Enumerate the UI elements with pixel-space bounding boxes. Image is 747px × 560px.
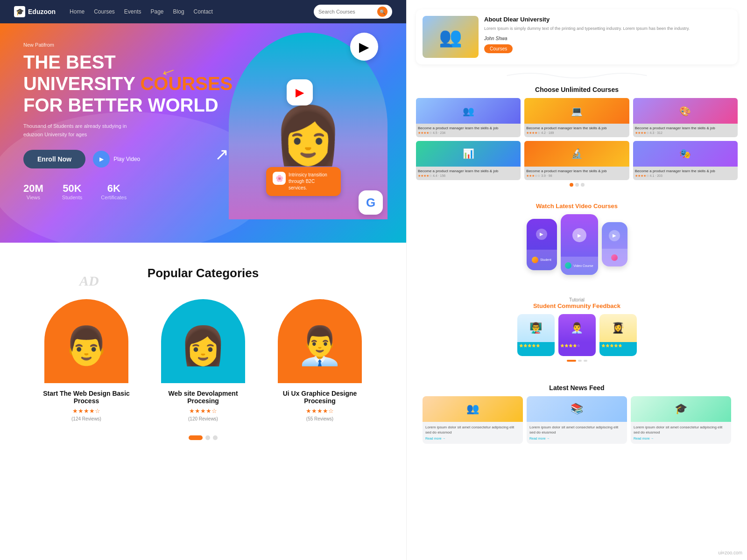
course-meta-5: ★★★☆☆ 3.9 · 98	[526, 174, 627, 178]
phone-center-caption: Video Course	[573, 264, 593, 267]
category-stars-2: ★★★★☆	[152, 407, 254, 414]
course-meta-1: ★★★★☆ 4.5 · 234	[418, 131, 519, 135]
news-card-1[interactable]: 👥 Lorem ipsum dolor sit amet consectetur…	[423, 396, 523, 444]
course-info-3: Become a product manager learn the skill…	[633, 124, 738, 137]
feedback-tag: Tutorial	[423, 297, 731, 302]
category-stars-1: ★★★★☆	[35, 407, 138, 414]
news-img-2: 📚	[527, 396, 627, 422]
unlimited-courses-title: Choose Unlimited Courses	[416, 86, 738, 93]
search-icon: 🔍	[380, 9, 385, 14]
feedback-card-2: 👨‍💼 ⭐⭐⭐⭐☆	[558, 314, 596, 356]
course-thumb-1[interactable]: 👥 Become a product manager learn the ski…	[416, 98, 521, 137]
phone-center-play[interactable]: ▶	[572, 228, 586, 242]
course-label-1: Become a product manager learn the skill…	[418, 126, 519, 131]
about-text: Lorem Ipsum is simply dummy text of the …	[484, 26, 690, 32]
course-thumb-3[interactable]: 🎨 Become a product manager learn the ski…	[633, 98, 738, 137]
news-card-2[interactable]: 📚 Lorem ipsum dolor sit amet consectetur…	[527, 396, 627, 444]
feedback-dot-active[interactable]	[567, 360, 576, 362]
categories-section: AD ✏️ Popular Categories 👨 Start The Web…	[0, 243, 406, 560]
phone-center: ▶ Video Course	[561, 214, 598, 275]
feedback-section: Tutorial Student Community Feedback 👨‍🏫 …	[416, 291, 738, 368]
nav-home[interactable]: Home	[70, 8, 85, 15]
news-content-1: Lorem ipsum dolor sit amet consectetur a…	[425, 425, 520, 435]
dot-2[interactable]	[205, 435, 210, 440]
nav-blog[interactable]: Blog	[173, 8, 184, 15]
nav-links: Home Courses Events Page Blog Contact	[70, 8, 300, 15]
notif-icon: 🌸	[273, 172, 286, 185]
nav-page[interactable]: Page	[151, 8, 164, 15]
nav-courses[interactable]: Courses	[94, 8, 115, 15]
phone-right-inner: ▶	[602, 222, 627, 249]
courses-grid: 👥 Become a product manager learn the ski…	[416, 98, 738, 180]
video-section: Watch Latest Video Courses ▶ Student ▶	[416, 196, 738, 281]
courses-dot-2[interactable]	[575, 183, 579, 187]
feedback-card-1-img: 👨‍🏫	[517, 314, 555, 342]
youtube-float-icon: ▶	[287, 79, 313, 105]
phone-center-bottom: Video Course	[561, 257, 598, 275]
nav-contact[interactable]: Contact	[194, 8, 213, 15]
phone-right-avatar	[611, 254, 618, 261]
category-avatar-3: 👨‍💼	[278, 299, 362, 383]
news-section: Latest News Feed 👥 Lorem ipsum dolor sit…	[416, 378, 738, 450]
courses-dot-3[interactable]	[581, 183, 585, 187]
nav-events[interactable]: Events	[124, 8, 141, 15]
course-info-2: Become a product manager learn the skill…	[524, 124, 629, 137]
news-card-3[interactable]: 🎓 Lorem ipsum dolor sit amet consectetur…	[631, 396, 731, 444]
feedback-dot-2[interactable]	[578, 360, 582, 362]
search-bar: 🔍	[314, 5, 392, 19]
brand-name: Eduzoon	[28, 8, 56, 15]
watermark: ui≡zoo.com	[719, 550, 742, 555]
about-image: 👥	[423, 16, 479, 58]
hero-title-line2: UNIVERSITY	[23, 73, 135, 94]
hero-section: New Patifrom THE BEST UNIVERSITY COURSES…	[0, 23, 406, 243]
sidebar-divider	[416, 74, 738, 77]
feedback-card-3: 👩‍🎓 ⭐⭐⭐⭐⭐	[599, 314, 637, 356]
logo-icon	[14, 6, 25, 17]
course-img-5: 🔬	[524, 141, 629, 167]
news-text-2: Lorem ipsum dolor sit amet consectetur a…	[527, 422, 627, 444]
course-label-4: Become a product manager learn the skill…	[418, 168, 519, 174]
category-reviews-1: (124 Reviews)	[35, 416, 138, 421]
course-thumb-6[interactable]: 🎭 Become a product manager learn the ski…	[633, 141, 738, 180]
google-float-icon: G	[359, 190, 383, 215]
about-section: 👥 About Dlear University Lorem Ipsum is …	[416, 9, 738, 64]
course-info-5: Become a product manager learn the skill…	[524, 167, 629, 180]
notif-text: Intrinsicy transition through B2C servic…	[289, 172, 334, 191]
about-author: John Shwa	[484, 36, 690, 41]
unlimited-courses-section: Choose Unlimited Courses 👥 Become a prod…	[416, 86, 738, 187]
course-thumb-5[interactable]: 🔬 Become a product manager learn the ski…	[524, 141, 629, 180]
feedback-pagination	[423, 360, 731, 362]
category-reviews-2: (120 Reviews)	[152, 416, 254, 421]
news-img-3: 🎓	[631, 396, 731, 422]
course-meta-4: ★★★★☆ 4.4 · 156	[418, 174, 519, 178]
category-card-2: 👩 Web site Devolapment Procesing ★★★★☆ (…	[152, 299, 254, 421]
phone-left: ▶ Student	[527, 219, 557, 270]
feedback-dot-3[interactable]	[584, 360, 587, 362]
course-label-2: Become a product manager learn the skill…	[526, 126, 627, 131]
search-input[interactable]	[318, 9, 374, 14]
about-courses-button[interactable]: Courses	[484, 44, 513, 53]
google-play-float-icon: ▶	[350, 33, 378, 61]
course-thumb-2[interactable]: 💻 Become a product manager learn the ski…	[524, 98, 629, 137]
dot-3[interactable]	[213, 435, 218, 440]
google-icon: G	[366, 196, 375, 210]
about-title: About Dlear University	[484, 16, 690, 23]
courses-dot-1[interactable]	[570, 183, 573, 187]
feedback-cards: 👨‍🏫 ⭐⭐⭐⭐⭐ 👨‍💼 ⭐⭐⭐⭐☆ 👩‍🎓 ⭐⭐⭐⭐⭐	[423, 314, 731, 356]
course-thumb-4[interactable]: 📊 Become a product manager learn the ski…	[416, 141, 521, 180]
search-button[interactable]: 🔍	[377, 7, 388, 17]
courses-carousel-dots	[416, 183, 738, 187]
brand-logo: Eduzoon	[14, 6, 56, 17]
doodle-ad: AD	[79, 273, 99, 289]
dot-1[interactable]	[189, 435, 203, 440]
feedback-card-1-text: ⭐⭐⭐⭐⭐	[517, 342, 555, 356]
float-notification: 🌸 Intrinsicy transition through B2C serv…	[266, 167, 341, 196]
phone-center-inner: ▶	[561, 214, 598, 257]
hero-image-area: 👩 ▶ G ▶ 🌸 In	[210, 23, 406, 243]
navbar: Eduzoon Home Courses Events Page Blog Co…	[0, 0, 406, 23]
course-img-2: 💻	[524, 98, 629, 124]
video-phones: ▶ Student ▶ Video Course	[423, 214, 731, 275]
news-content-2: Lorem ipsum dolor sit amet consectetur a…	[529, 425, 624, 435]
feedback-card-2-img: 👨‍💼	[558, 314, 596, 342]
course-meta-3: ★★★★☆ 4.3 · 312	[635, 131, 736, 135]
